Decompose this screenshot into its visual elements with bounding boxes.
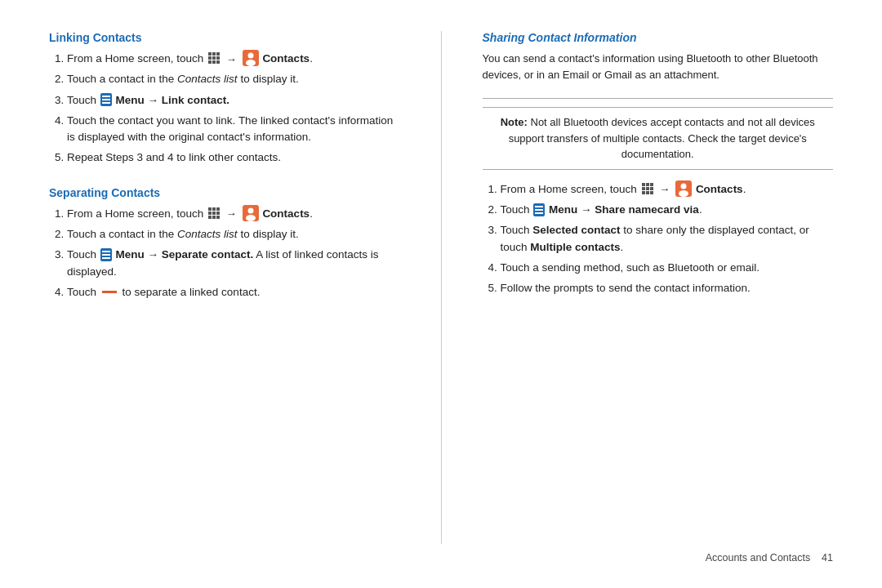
contacts-list-italic: Contacts list [177, 73, 238, 85]
svg-point-10 [247, 53, 253, 59]
list-item: Touch Selected contact to share only the… [501, 222, 834, 256]
svg-rect-5 [216, 56, 220, 60]
note-text: Not all Bluetooth devices accept contact… [509, 116, 815, 160]
svg-rect-40 [650, 191, 653, 194]
grid-icon [207, 207, 220, 220]
svg-rect-30 [102, 254, 110, 256]
arrow-icon: → [659, 181, 670, 198]
page: Linking Contacts From a Home screen, tou… [0, 0, 882, 588]
svg-rect-13 [102, 96, 110, 97]
contact-icon [243, 50, 259, 66]
list-item: From a Home screen, touch [501, 181, 834, 198]
grid-icon [641, 182, 654, 195]
svg-rect-23 [212, 216, 216, 219]
dash-icon [102, 291, 117, 293]
svg-point-26 [247, 208, 253, 214]
svg-rect-16 [208, 207, 212, 211]
sharing-steps-list: From a Home screen, touch [501, 181, 834, 301]
list-item: Touch a sending method, such as Bluetoot… [501, 260, 834, 276]
svg-rect-8 [216, 60, 220, 64]
svg-point-11 [246, 60, 256, 66]
svg-rect-21 [216, 212, 220, 215]
separating-contacts-title: Separating Contacts [49, 186, 400, 199]
columns: Linking Contacts From a Home screen, tou… [49, 31, 833, 544]
separating-contacts-list: From a Home screen, touch [67, 206, 400, 301]
note-label: Note: [501, 116, 528, 128]
contact-icon [675, 180, 692, 197]
separator [483, 98, 834, 99]
menu-icon [533, 203, 545, 216]
right-column: Sharing Contact Information You can send… [483, 31, 834, 544]
svg-rect-37 [650, 187, 653, 190]
note-box: Note: Not all Bluetooth devices accept c… [483, 107, 834, 170]
svg-rect-32 [642, 183, 645, 186]
svg-rect-3 [208, 56, 212, 60]
svg-rect-39 [646, 191, 649, 194]
separating-contacts-section: Separating Contacts From a Home screen, … [49, 186, 400, 309]
list-item: Touch Menu → Share namecard via. [501, 202, 834, 218]
svg-rect-0 [208, 52, 212, 56]
svg-rect-29 [102, 251, 110, 252]
menu-share-label: Menu → Share namecard via [549, 203, 699, 216]
contact-icon [243, 205, 259, 221]
svg-rect-47 [535, 212, 543, 214]
list-item: Touch the contact you want to link. The … [67, 113, 400, 146]
svg-point-43 [679, 190, 688, 197]
list-item: Repeat Steps 3 and 4 to link other conta… [67, 149, 400, 166]
menu-icon [100, 248, 112, 261]
svg-rect-19 [208, 212, 212, 215]
contacts-label: Contacts [262, 52, 310, 65]
svg-point-42 [681, 184, 687, 189]
list-item: Follow the prompts to send the contact i… [501, 280, 834, 296]
arrow-icon: → [226, 51, 237, 68]
list-item: Touch Menu → Link contact. [67, 92, 400, 109]
footer-page-number: 41 [822, 552, 833, 564]
footer-text: Accounts and Contacts 41 [706, 552, 833, 564]
list-item: Touch Menu → Separate contact. A list of… [67, 247, 400, 280]
svg-rect-34 [650, 183, 653, 186]
arrow-icon: → [226, 206, 237, 222]
svg-rect-46 [535, 209, 543, 211]
selected-contact-label: Selected contact [532, 224, 620, 236]
list-item: Touch a contact in the Contacts list to … [67, 71, 400, 87]
left-column: Linking Contacts From a Home screen, tou… [49, 31, 400, 544]
svg-rect-22 [208, 216, 212, 219]
list-item: Touch a contact in the Contacts list to … [67, 226, 400, 243]
svg-rect-24 [216, 216, 220, 219]
intro-text: You can send a contact's information usi… [483, 51, 834, 83]
svg-rect-6 [208, 60, 212, 64]
svg-rect-14 [102, 99, 110, 100]
menu-icon [100, 93, 112, 106]
svg-rect-45 [535, 206, 543, 207]
footer-section-label: Accounts and Contacts [706, 552, 811, 564]
svg-rect-18 [216, 207, 220, 211]
svg-rect-33 [646, 183, 649, 186]
linking-contacts-section: Linking Contacts From a Home screen, tou… [49, 31, 400, 175]
contacts-label: Contacts [696, 183, 743, 195]
contacts-label: Contacts [262, 207, 310, 220]
svg-rect-7 [212, 60, 216, 64]
svg-rect-36 [646, 187, 649, 190]
svg-rect-38 [642, 191, 645, 194]
svg-rect-2 [216, 52, 220, 56]
column-divider [441, 31, 442, 544]
menu-link-label: Menu → Link contact. [116, 94, 230, 106]
sharing-contacts-title: Sharing Contact Information [483, 31, 834, 44]
svg-rect-31 [102, 257, 110, 259]
grid-icon [207, 51, 220, 65]
svg-rect-15 [102, 102, 110, 104]
svg-rect-17 [212, 207, 216, 211]
svg-rect-20 [212, 212, 216, 215]
linking-contacts-title: Linking Contacts [49, 31, 400, 44]
list-item: From a Home screen, touch [67, 51, 400, 67]
linking-contacts-list: From a Home screen, touch [67, 51, 400, 167]
list-item: From a Home screen, touch [67, 206, 400, 222]
menu-separate-label: Menu → Separate contact. [116, 248, 254, 261]
svg-point-27 [246, 215, 256, 221]
list-item: Touch to separate a linked contact. [67, 284, 400, 301]
footer: Accounts and Contacts 41 [49, 544, 833, 564]
svg-rect-35 [642, 187, 645, 190]
multiple-contacts-label: Multiple contacts [530, 241, 620, 253]
contacts-list-italic: Contacts list [177, 228, 238, 240]
svg-rect-1 [212, 52, 216, 56]
